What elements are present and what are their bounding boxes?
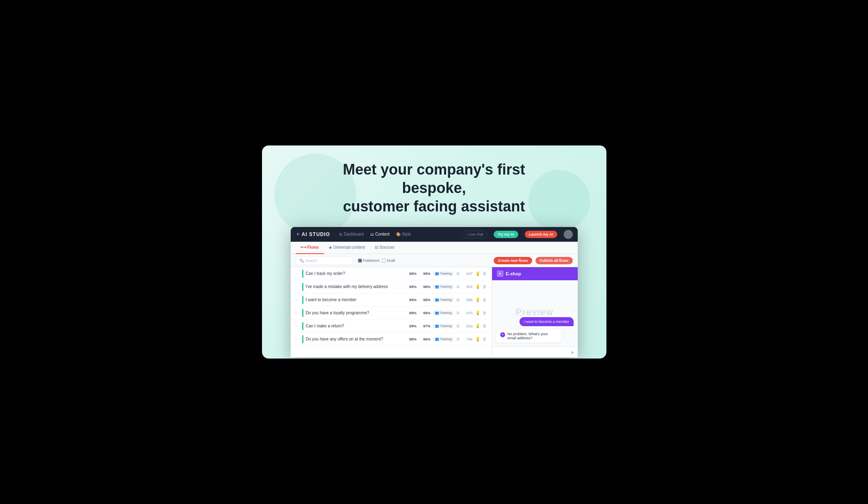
style-icon: 🎨	[396, 232, 401, 236]
flow-count: 870	[462, 311, 473, 315]
flow-pct1: 99%	[405, 285, 417, 289]
flows-icon: ⟷	[301, 245, 306, 250]
flow-name: I want to become a member	[306, 297, 403, 302]
preview-header: ✦ E-shop	[492, 267, 578, 280]
search-box[interactable]: 🔍 Search	[296, 256, 353, 265]
create-new-flows-button[interactable]: Create new flows	[494, 257, 532, 264]
flow-count: 937	[462, 272, 473, 276]
flow-pct2: 98%	[419, 298, 431, 302]
publish-all-flows-button[interactable]: Publish all flows	[535, 257, 573, 264]
flow-status-bar	[302, 335, 303, 343]
eshop-icon: ✦	[497, 270, 503, 277]
nav-style[interactable]: 🎨 Style	[396, 232, 411, 236]
preview-panel: ✦ E-shop Preview I want to become a memb…	[492, 267, 578, 357]
preview-body: Preview I want to become a member ✦ No p…	[492, 280, 578, 347]
live-chat-button[interactable]: ○ Live chat	[462, 231, 487, 238]
bulb-icon[interactable]: 💡	[475, 297, 480, 302]
eshop-label: E-shop	[506, 271, 521, 276]
bulb-icon[interactable]: 💡	[475, 324, 480, 328]
trash-icon[interactable]: 🗑	[483, 284, 487, 289]
trash-icon[interactable]: 🗑	[483, 324, 487, 328]
logo-icon: ✦	[296, 231, 300, 237]
grid-icon: ⊞	[456, 297, 460, 302]
chat-bubble-bot: ✦ No problem. What's your email address?	[496, 329, 562, 343]
training-icon: 👥	[435, 324, 439, 328]
send-bar: ➤	[492, 347, 578, 357]
training-icon: 👥	[435, 298, 439, 302]
draft-checkbox[interactable]	[382, 259, 386, 263]
search-placeholder: Search	[305, 259, 317, 263]
grid-icon: ⊞	[456, 311, 460, 315]
dashboard-icon: ⊞	[339, 232, 342, 236]
training-icon: 👥	[435, 285, 439, 288]
avatar[interactable]	[564, 230, 573, 239]
training-badge: 👥 Training	[433, 271, 454, 276]
send-icon[interactable]: ➤	[570, 350, 574, 355]
grid-icon: ⊞	[456, 284, 460, 289]
chevron-right-icon: ›	[296, 272, 300, 275]
chevron-right-icon: ›	[296, 311, 300, 315]
flow-name: Can I make a return?	[306, 324, 403, 328]
training-badge: 👥 Training	[433, 297, 454, 302]
toolbar: 🔍 Search Published Draft Create new flow…	[291, 254, 578, 267]
flow-name: Can I track my order?	[306, 271, 403, 276]
trash-icon[interactable]: 🗑	[483, 337, 487, 341]
flow-pct2: 96%	[419, 337, 431, 341]
flow-status-bar	[302, 270, 303, 278]
try-my-ai-button[interactable]: Try my AI	[494, 231, 518, 238]
sources-icon: ⊟	[375, 245, 378, 250]
content-icon: 🗂	[370, 232, 374, 236]
main-content: › Can I track my order? 99% 99% 👥 Traini…	[291, 267, 578, 357]
bot-logo-icon: ✦	[500, 332, 505, 337]
trash-icon[interactable]: 🗑	[483, 297, 487, 302]
flow-name: Do you have a loyalty programme?	[306, 311, 403, 315]
training-badge: 👥 Training	[433, 324, 454, 328]
search-icon: 🔍	[299, 259, 304, 263]
flow-pct2: 99%	[419, 311, 431, 315]
flows-list: › Can I track my order? 99% 99% 👥 Traini…	[291, 267, 492, 357]
chevron-right-icon: ›	[296, 298, 300, 302]
tab-sources[interactable]: ⊟ Sources	[370, 242, 399, 254]
flow-pct2: 98%	[419, 285, 431, 289]
flow-pct2: 97%	[419, 324, 431, 328]
bulb-icon[interactable]: 💡	[475, 337, 480, 341]
slide-container: Meet your company's first bespoke, custo…	[262, 145, 606, 359]
bulb-icon[interactable]: 💡	[475, 284, 480, 289]
training-icon: 👥	[435, 272, 439, 275]
tab-flows[interactable]: ⟷ Flows	[296, 242, 324, 254]
flow-count: 810	[462, 324, 473, 328]
universal-content-icon: ◈	[329, 245, 332, 250]
hero-title: Meet your company's first bespoke, custo…	[311, 160, 557, 216]
bulb-icon[interactable]: 💡	[475, 271, 480, 276]
filter-published[interactable]: Published	[358, 259, 380, 263]
sub-nav: ⟷ Flows ◈ Universal content ⊟ Sources	[291, 242, 578, 254]
chat-bubble-user: I want to become a member	[519, 317, 574, 326]
nav-content[interactable]: 🗂 Content	[370, 232, 390, 236]
training-badge: 👥 Training	[433, 284, 454, 289]
training-badge: 👥 Training	[433, 337, 454, 341]
flow-row[interactable]: › Do you have any offers on at the momen…	[291, 333, 492, 346]
trash-icon[interactable]: 🗑	[483, 271, 487, 276]
grid-icon: ⊞	[456, 324, 460, 328]
flow-row[interactable]: › I want to become a member 99% 98% 👥 Tr…	[291, 293, 492, 306]
flow-row[interactable]: › Can I make a return? 99% 97% 👥 Trainin…	[291, 320, 492, 333]
training-icon: 👥	[435, 337, 439, 341]
flow-count: 902	[462, 285, 473, 289]
published-checkbox[interactable]	[358, 259, 362, 263]
filter-draft[interactable]: Draft	[382, 259, 395, 263]
flow-row[interactable]: › Can I track my order? 99% 99% 👥 Traini…	[291, 267, 492, 280]
trash-icon[interactable]: 🗑	[483, 311, 487, 315]
chevron-right-icon: ›	[296, 337, 300, 341]
flow-pct1: 98%	[405, 337, 417, 341]
flow-status-bar	[302, 283, 303, 291]
flow-count: 888	[462, 298, 473, 302]
app-header: ✦ AI STUDIO ⊞ Dashboard 🗂 Content 🎨 Styl…	[291, 227, 578, 242]
flow-row[interactable]: › Do you have a loyalty programme? 99% 9…	[291, 306, 492, 320]
flow-pct1: 99%	[405, 311, 417, 315]
tab-universal-content[interactable]: ◈ Universal content	[324, 242, 370, 254]
nav-dashboard[interactable]: ⊞ Dashboard	[339, 232, 364, 236]
bulb-icon[interactable]: 💡	[475, 311, 480, 315]
flow-row[interactable]: › I've made a mistake with my delivery a…	[291, 280, 492, 293]
launch-my-ai-button[interactable]: Launch my AI	[525, 231, 557, 238]
flow-pct1: 99%	[405, 324, 417, 328]
